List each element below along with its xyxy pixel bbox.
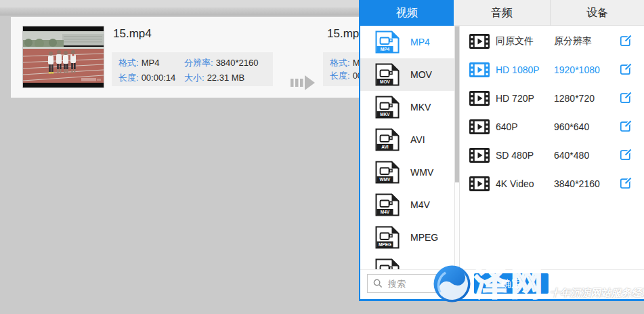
svg-text:MKV: MKV	[380, 112, 390, 117]
file-type-icon: MKV	[374, 96, 400, 119]
edit-pencil-icon	[619, 119, 632, 133]
filmstrip-play-icon	[469, 34, 490, 49]
thumbnail-scene-icon	[23, 26, 104, 87]
format-label: MP4	[410, 37, 430, 47]
edit-preset-button[interactable]	[618, 91, 633, 106]
edit-pencil-icon	[619, 62, 632, 76]
watermark-slogan: 十年沉淀网站服务经验!	[550, 287, 644, 300]
file-type-icon: M4V	[374, 193, 400, 216]
filmstrip-play-icon	[469, 62, 490, 77]
file-type-icon: WMV	[374, 161, 400, 184]
format-label: MPEG	[410, 232, 438, 243]
filmstrip-play-icon	[469, 119, 490, 134]
preset-item[interactable]: 4K Video 3840*2160	[460, 170, 644, 198]
preset-name: 640P	[496, 121, 554, 132]
svg-text:MPEG: MPEG	[379, 242, 391, 247]
svg-text:WMV: WMV	[380, 177, 391, 182]
edit-preset-button[interactable]	[618, 119, 633, 134]
format-item[interactable]: MP4 MP4	[360, 26, 455, 58]
svg-text:AVI: AVI	[381, 144, 389, 149]
file-type-icon: MP4	[374, 31, 400, 54]
preset-resolution: 3840*2160	[554, 178, 618, 189]
svg-text:M4V: M4V	[381, 210, 390, 214]
file-type-icon: AVI	[374, 128, 400, 151]
info-duration: 长度:00:00:14	[119, 71, 184, 86]
preset-item[interactable]: 640P 960*640	[460, 113, 644, 141]
edit-preset-button[interactable]	[618, 34, 633, 49]
tab-audio[interactable]: 音频	[454, 0, 550, 26]
format-item[interactable]: MOV MOV	[360, 58, 455, 91]
video-thumbnail	[22, 26, 104, 88]
tab-device[interactable]: 设备	[550, 0, 644, 26]
preset-name: 同原文件	[496, 35, 554, 47]
filmstrip-play-icon	[469, 176, 490, 191]
filmstrip-play-icon	[469, 91, 490, 106]
preset-resolution: 原分辨率	[554, 35, 618, 47]
edit-pencil-icon	[619, 176, 632, 190]
search-icon	[373, 279, 383, 288]
panel-tabs: 视频 音频 设备	[360, 0, 644, 26]
preset-item[interactable]: SD 480P 640*480	[460, 141, 644, 170]
source-file-name: 15.mp4	[113, 27, 152, 41]
format-item[interactable]: MKV MKV	[360, 91, 455, 123]
format-item[interactable]: M4V M4V	[360, 189, 455, 221]
preset-resolution: 1280*720	[554, 93, 618, 104]
preset-item[interactable]: HD 720P 1280*720	[460, 84, 644, 113]
format-label: MKV	[410, 102, 431, 113]
tab-video[interactable]: 视频	[360, 0, 454, 26]
watermark-swirl-logo-icon	[433, 264, 471, 303]
scrollbar-thumb[interactable]	[455, 26, 459, 182]
edit-preset-button[interactable]	[618, 62, 633, 77]
svg-text:MP4: MP4	[381, 47, 390, 52]
info-resolution: 分辨率:3840*2160	[184, 56, 273, 71]
app-window: 15.mp4 格式:MP4 分辨率:3840*2160 长度:00:00:14 …	[0, 0, 644, 314]
watermark-logo-text: 泽网	[475, 262, 546, 305]
format-label: MOV	[410, 69, 432, 80]
format-list: MP4 MP4 MOV MOV MKV MKV AV	[360, 26, 455, 286]
convert-arrow-icon	[290, 75, 317, 91]
format-item[interactable]: WMV WMV	[360, 156, 455, 189]
filmstrip-play-icon	[469, 148, 490, 163]
edit-preset-button[interactable]	[618, 176, 633, 191]
format-picker-panel: 视频 音频 设备 MP4 MP4 MOV MOV	[359, 0, 644, 301]
file-type-icon: MPEG	[374, 226, 400, 249]
preset-item[interactable]: HD 1080P 1920*1080	[460, 56, 644, 84]
edit-preset-button[interactable]	[618, 148, 633, 163]
svg-text:MOV: MOV	[380, 79, 390, 84]
preset-resolution: 640*480	[554, 150, 618, 161]
info-format: 格式:MP4	[119, 56, 184, 71]
preset-name: 4K Video	[496, 178, 554, 189]
format-item[interactable]: MPEG MPEG	[360, 221, 455, 254]
format-label: AVI	[410, 134, 425, 145]
format-label: M4V	[410, 199, 430, 210]
preset-name: HD 1080P	[496, 64, 554, 75]
format-label: WMV	[410, 167, 433, 178]
preset-item[interactable]: 同原文件 原分辨率	[460, 27, 644, 56]
scrollbar[interactable]	[454, 26, 460, 270]
info-size: 大小:22.31 MB	[184, 71, 273, 86]
preset-resolution: 960*640	[554, 121, 618, 132]
edit-pencil-icon	[619, 148, 632, 161]
preset-name: HD 720P	[496, 93, 554, 104]
source-file-info: 格式:MP4 分辨率:3840*2160 长度:00:00:14 大小:22.3…	[112, 52, 273, 86]
edit-pencil-icon	[619, 91, 632, 104]
format-item[interactable]: AVI AVI	[360, 123, 455, 156]
preset-list: 同原文件 原分辨率 HD 1080P 1920*1080	[460, 27, 644, 198]
preset-name: SD 480P	[496, 150, 554, 161]
edit-pencil-icon	[619, 34, 632, 47]
preset-resolution: 1920*1080	[554, 64, 618, 75]
file-type-icon: MOV	[374, 63, 400, 86]
